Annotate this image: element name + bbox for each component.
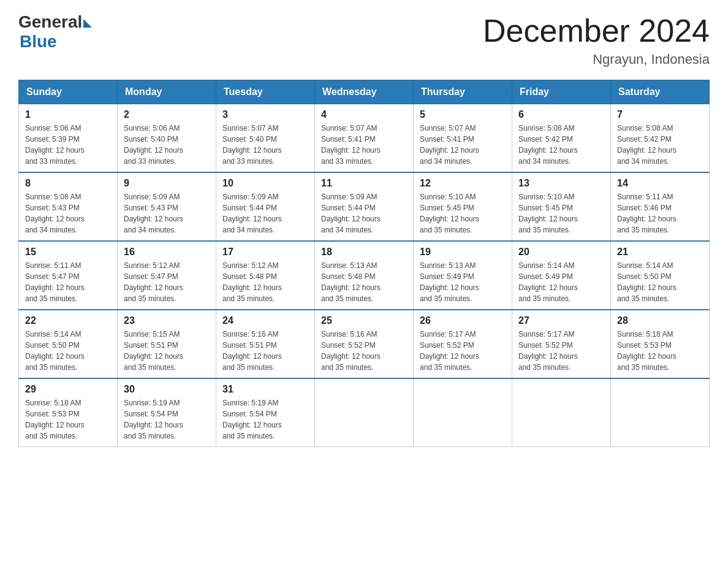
title-section: December 2024 Ngrayun, Indonesia xyxy=(483,12,710,67)
day-info: Sunrise: 5:07 AMSunset: 5:40 PMDaylight:… xyxy=(222,123,308,167)
calendar-week-row: 29Sunrise: 5:18 AMSunset: 5:53 PMDayligh… xyxy=(19,378,710,447)
day-number: 31 xyxy=(222,384,308,395)
calendar-cell: 27Sunrise: 5:17 AMSunset: 5:52 PMDayligh… xyxy=(512,310,611,378)
day-info: Sunrise: 5:15 AMSunset: 5:51 PMDaylight:… xyxy=(124,329,210,373)
calendar-cell: 14Sunrise: 5:11 AMSunset: 5:46 PMDayligh… xyxy=(611,172,710,241)
day-number: 18 xyxy=(321,247,407,258)
calendar-cell: 2Sunrise: 5:06 AMSunset: 5:40 PMDaylight… xyxy=(118,104,216,173)
day-info: Sunrise: 5:14 AMSunset: 5:50 PMDaylight:… xyxy=(25,329,111,373)
day-info: Sunrise: 5:10 AMSunset: 5:45 PMDaylight:… xyxy=(420,191,506,236)
day-number: 13 xyxy=(518,178,604,189)
day-info: Sunrise: 5:19 AMSunset: 5:54 PMDaylight:… xyxy=(124,397,210,442)
day-info: Sunrise: 5:17 AMSunset: 5:52 PMDaylight:… xyxy=(420,329,506,373)
calendar-week-row: 15Sunrise: 5:11 AMSunset: 5:47 PMDayligh… xyxy=(19,241,710,310)
logo: General Blue xyxy=(18,12,93,52)
day-number: 6 xyxy=(518,109,604,120)
day-number: 27 xyxy=(518,315,604,326)
day-info: Sunrise: 5:19 AMSunset: 5:54 PMDaylight:… xyxy=(222,397,308,442)
day-info: Sunrise: 5:14 AMSunset: 5:49 PMDaylight:… xyxy=(518,260,604,304)
location: Ngrayun, Indonesia xyxy=(483,52,710,67)
calendar-cell: 24Sunrise: 5:16 AMSunset: 5:51 PMDayligh… xyxy=(216,310,315,378)
header-day-tuesday: Tuesday xyxy=(216,80,315,104)
day-info: Sunrise: 5:10 AMSunset: 5:45 PMDaylight:… xyxy=(518,191,604,236)
day-number: 2 xyxy=(124,109,210,120)
day-number: 3 xyxy=(222,109,308,120)
calendar-cell: 28Sunrise: 5:18 AMSunset: 5:53 PMDayligh… xyxy=(611,310,710,378)
day-info: Sunrise: 5:14 AMSunset: 5:50 PMDaylight:… xyxy=(617,260,703,304)
day-info: Sunrise: 5:12 AMSunset: 5:47 PMDaylight:… xyxy=(124,260,210,304)
day-number: 12 xyxy=(420,178,506,189)
header-day-monday: Monday xyxy=(118,80,216,104)
calendar-cell xyxy=(611,378,710,447)
day-number: 7 xyxy=(617,109,703,120)
day-number: 28 xyxy=(617,315,703,326)
day-info: Sunrise: 5:13 AMSunset: 5:49 PMDaylight:… xyxy=(420,260,506,304)
calendar-cell: 9Sunrise: 5:09 AMSunset: 5:43 PMDaylight… xyxy=(118,172,216,241)
calendar-cell: 6Sunrise: 5:08 AMSunset: 5:42 PMDaylight… xyxy=(512,104,611,173)
day-info: Sunrise: 5:09 AMSunset: 5:44 PMDaylight:… xyxy=(321,191,407,236)
calendar-cell: 18Sunrise: 5:13 AMSunset: 5:48 PMDayligh… xyxy=(315,241,414,310)
calendar-cell: 16Sunrise: 5:12 AMSunset: 5:47 PMDayligh… xyxy=(118,241,216,310)
calendar-cell: 1Sunrise: 5:06 AMSunset: 5:39 PMDaylight… xyxy=(19,104,118,173)
day-info: Sunrise: 5:08 AMSunset: 5:42 PMDaylight:… xyxy=(518,123,604,167)
day-number: 11 xyxy=(321,178,407,189)
calendar-cell: 26Sunrise: 5:17 AMSunset: 5:52 PMDayligh… xyxy=(414,310,512,378)
header-day-saturday: Saturday xyxy=(611,80,710,104)
calendar-cell xyxy=(414,378,512,447)
day-number: 25 xyxy=(321,315,407,326)
calendar-cell: 20Sunrise: 5:14 AMSunset: 5:49 PMDayligh… xyxy=(512,241,611,310)
day-number: 22 xyxy=(25,315,111,326)
day-number: 19 xyxy=(420,247,506,258)
day-number: 30 xyxy=(124,384,210,395)
day-number: 20 xyxy=(518,247,604,258)
calendar-cell: 5Sunrise: 5:07 AMSunset: 5:41 PMDaylight… xyxy=(414,104,512,173)
logo-general-text: General xyxy=(18,12,82,32)
day-number: 5 xyxy=(420,109,506,120)
calendar-cell: 31Sunrise: 5:19 AMSunset: 5:54 PMDayligh… xyxy=(216,378,315,447)
header-day-wednesday: Wednesday xyxy=(315,80,414,104)
calendar-cell: 7Sunrise: 5:08 AMSunset: 5:42 PMDaylight… xyxy=(611,104,710,173)
calendar-week-row: 1Sunrise: 5:06 AMSunset: 5:39 PMDaylight… xyxy=(19,104,710,173)
header-day-sunday: Sunday xyxy=(19,80,118,104)
day-info: Sunrise: 5:06 AMSunset: 5:39 PMDaylight:… xyxy=(25,123,111,167)
calendar-cell: 11Sunrise: 5:09 AMSunset: 5:44 PMDayligh… xyxy=(315,172,414,241)
calendar-cell: 17Sunrise: 5:12 AMSunset: 5:48 PMDayligh… xyxy=(216,241,315,310)
logo-arrow-icon xyxy=(83,19,92,28)
day-info: Sunrise: 5:13 AMSunset: 5:48 PMDaylight:… xyxy=(321,260,407,304)
calendar-header-row: SundayMondayTuesdayWednesdayThursdayFrid… xyxy=(19,80,710,104)
calendar-week-row: 8Sunrise: 5:08 AMSunset: 5:43 PMDaylight… xyxy=(19,172,710,241)
day-number: 15 xyxy=(25,247,111,258)
day-info: Sunrise: 5:11 AMSunset: 5:47 PMDaylight:… xyxy=(25,260,111,304)
page-header: General Blue December 2024 Ngrayun, Indo… xyxy=(18,12,710,67)
calendar-cell: 29Sunrise: 5:18 AMSunset: 5:53 PMDayligh… xyxy=(19,378,118,447)
calendar-cell: 21Sunrise: 5:14 AMSunset: 5:50 PMDayligh… xyxy=(611,241,710,310)
day-info: Sunrise: 5:18 AMSunset: 5:53 PMDaylight:… xyxy=(25,397,111,442)
day-number: 9 xyxy=(124,178,210,189)
day-info: Sunrise: 5:09 AMSunset: 5:43 PMDaylight:… xyxy=(124,191,210,236)
header-day-friday: Friday xyxy=(512,80,611,104)
calendar-cell: 13Sunrise: 5:10 AMSunset: 5:45 PMDayligh… xyxy=(512,172,611,241)
calendar-cell: 25Sunrise: 5:16 AMSunset: 5:52 PMDayligh… xyxy=(315,310,414,378)
day-number: 16 xyxy=(124,247,210,258)
day-number: 21 xyxy=(617,247,703,258)
calendar-cell: 30Sunrise: 5:19 AMSunset: 5:54 PMDayligh… xyxy=(118,378,216,447)
calendar-cell: 22Sunrise: 5:14 AMSunset: 5:50 PMDayligh… xyxy=(19,310,118,378)
calendar-cell: 23Sunrise: 5:15 AMSunset: 5:51 PMDayligh… xyxy=(118,310,216,378)
day-info: Sunrise: 5:08 AMSunset: 5:42 PMDaylight:… xyxy=(617,123,703,167)
calendar-cell: 15Sunrise: 5:11 AMSunset: 5:47 PMDayligh… xyxy=(19,241,118,310)
day-number: 14 xyxy=(617,178,703,189)
day-info: Sunrise: 5:18 AMSunset: 5:53 PMDaylight:… xyxy=(617,329,703,373)
month-title: December 2024 xyxy=(483,12,710,49)
day-info: Sunrise: 5:09 AMSunset: 5:44 PMDaylight:… xyxy=(222,191,308,236)
day-info: Sunrise: 5:11 AMSunset: 5:46 PMDaylight:… xyxy=(617,191,703,236)
calendar-table: SundayMondayTuesdayWednesdayThursdayFrid… xyxy=(18,80,710,447)
day-info: Sunrise: 5:16 AMSunset: 5:51 PMDaylight:… xyxy=(222,329,308,373)
calendar-cell: 8Sunrise: 5:08 AMSunset: 5:43 PMDaylight… xyxy=(19,172,118,241)
day-info: Sunrise: 5:16 AMSunset: 5:52 PMDaylight:… xyxy=(321,329,407,373)
calendar-week-row: 22Sunrise: 5:14 AMSunset: 5:50 PMDayligh… xyxy=(19,310,710,378)
day-number: 4 xyxy=(321,109,407,120)
day-number: 8 xyxy=(25,178,111,189)
day-number: 24 xyxy=(222,315,308,326)
day-info: Sunrise: 5:07 AMSunset: 5:41 PMDaylight:… xyxy=(321,123,407,167)
day-number: 26 xyxy=(420,315,506,326)
